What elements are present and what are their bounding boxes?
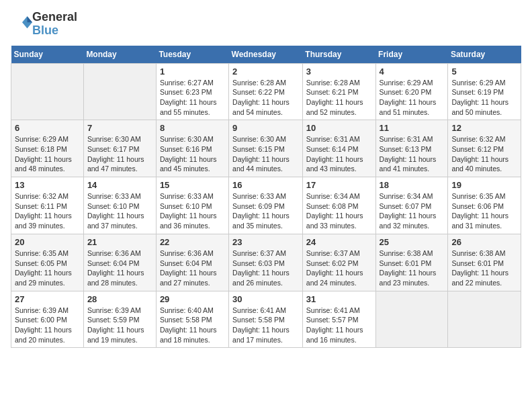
calendar-cell: 3Sunrise: 6:28 AMSunset: 6:21 PMDaylight… [302, 63, 375, 120]
day-info: Sunrise: 6:40 AMSunset: 5:58 PMDaylight:… [160, 306, 225, 345]
calendar-cell: 23Sunrise: 6:37 AMSunset: 6:03 PMDayligh… [229, 234, 303, 291]
day-number: 12 [451, 123, 517, 133]
day-info: Sunrise: 6:30 AMSunset: 6:15 PMDaylight:… [232, 134, 299, 174]
week-row-2: 6Sunrise: 6:29 AMSunset: 6:18 PMDaylight… [11, 120, 521, 177]
calendar-cell: 17Sunrise: 6:34 AMSunset: 6:08 PMDayligh… [302, 177, 375, 234]
logo: General Blue [11, 11, 77, 38]
day-number: 18 [380, 180, 445, 190]
day-info: Sunrise: 6:31 AMSunset: 6:14 PMDaylight:… [306, 134, 372, 174]
calendar-cell: 27Sunrise: 6:39 AMSunset: 6:00 PMDayligh… [11, 291, 84, 348]
calendar-cell: 11Sunrise: 6:31 AMSunset: 6:13 PMDayligh… [375, 120, 448, 177]
calendar-cell: 10Sunrise: 6:31 AMSunset: 6:14 PMDayligh… [302, 120, 375, 177]
day-number: 23 [232, 237, 299, 247]
header-row: SundayMondayTuesdayWednesdayThursdayFrid… [11, 46, 521, 64]
day-number: 3 [306, 66, 372, 77]
day-info: Sunrise: 6:34 AMSunset: 6:08 PMDaylight:… [306, 191, 372, 231]
day-number: 19 [451, 180, 517, 190]
day-info: Sunrise: 6:29 AMSunset: 6:20 PMDaylight:… [380, 78, 445, 118]
col-header-sunday: Sunday [11, 46, 84, 64]
day-info: Sunrise: 6:37 AMSunset: 6:02 PMDaylight:… [306, 248, 372, 288]
day-info: Sunrise: 6:35 AMSunset: 6:06 PMDaylight:… [451, 191, 517, 231]
svg-marker-1 [28, 16, 33, 22]
day-info: Sunrise: 6:38 AMSunset: 6:01 PMDaylight:… [380, 248, 445, 288]
day-number: 6 [15, 123, 80, 133]
day-info: Sunrise: 6:27 AMSunset: 6:23 PMDaylight:… [160, 78, 225, 118]
calendar-cell: 22Sunrise: 6:36 AMSunset: 6:04 PMDayligh… [156, 234, 228, 291]
day-info: Sunrise: 6:41 AMSunset: 5:57 PMDaylight:… [306, 306, 372, 345]
calendar-cell: 18Sunrise: 6:34 AMSunset: 6:07 PMDayligh… [375, 177, 448, 234]
day-info: Sunrise: 6:30 AMSunset: 6:16 PMDaylight:… [160, 134, 225, 174]
calendar-cell: 1Sunrise: 6:27 AMSunset: 6:23 PMDaylight… [156, 63, 228, 120]
day-number: 20 [15, 237, 80, 247]
week-row-4: 20Sunrise: 6:35 AMSunset: 6:05 PMDayligh… [11, 234, 521, 291]
calendar-cell [375, 291, 448, 348]
day-number: 26 [451, 237, 517, 247]
day-number: 28 [87, 294, 152, 304]
calendar-cell [83, 63, 156, 120]
day-number: 17 [306, 180, 372, 190]
day-info: Sunrise: 6:30 AMSunset: 6:17 PMDaylight:… [87, 134, 152, 174]
day-info: Sunrise: 6:29 AMSunset: 6:19 PMDaylight:… [451, 78, 517, 118]
day-number: 13 [15, 180, 80, 190]
calendar-cell: 12Sunrise: 6:32 AMSunset: 6:12 PMDayligh… [448, 120, 521, 177]
calendar-cell: 14Sunrise: 6:33 AMSunset: 6:10 PMDayligh… [83, 177, 156, 234]
day-number: 22 [160, 237, 225, 247]
day-info: Sunrise: 6:28 AMSunset: 6:21 PMDaylight:… [306, 78, 372, 118]
day-number: 11 [380, 123, 445, 133]
calendar-cell: 2Sunrise: 6:28 AMSunset: 6:22 PMDaylight… [229, 63, 303, 120]
day-info: Sunrise: 6:36 AMSunset: 6:04 PMDaylight:… [160, 248, 225, 288]
calendar-cell: 30Sunrise: 6:41 AMSunset: 5:58 PMDayligh… [229, 291, 303, 348]
calendar-cell: 28Sunrise: 6:39 AMSunset: 5:59 PMDayligh… [83, 291, 156, 348]
week-row-1: 1Sunrise: 6:27 AMSunset: 6:23 PMDaylight… [11, 63, 521, 120]
day-info: Sunrise: 6:31 AMSunset: 6:13 PMDaylight:… [380, 134, 445, 174]
calendar-cell: 16Sunrise: 6:33 AMSunset: 6:09 PMDayligh… [229, 177, 303, 234]
day-number: 21 [87, 237, 152, 247]
calendar-cell [448, 291, 521, 348]
day-number: 10 [306, 123, 372, 133]
day-info: Sunrise: 6:32 AMSunset: 6:12 PMDaylight:… [451, 134, 517, 174]
day-info: Sunrise: 6:38 AMSunset: 6:01 PMDaylight:… [451, 248, 517, 288]
calendar-cell: 20Sunrise: 6:35 AMSunset: 6:05 PMDayligh… [11, 234, 84, 291]
day-number: 27 [15, 294, 80, 304]
calendar-cell: 9Sunrise: 6:30 AMSunset: 6:15 PMDaylight… [229, 120, 303, 177]
calendar-table: SundayMondayTuesdayWednesdayThursdayFrid… [11, 46, 521, 349]
day-number: 15 [160, 180, 225, 190]
day-number: 24 [306, 237, 372, 247]
calendar-cell [11, 63, 84, 120]
day-number: 2 [232, 66, 299, 77]
day-info: Sunrise: 6:37 AMSunset: 6:03 PMDaylight:… [232, 248, 299, 288]
day-info: Sunrise: 6:39 AMSunset: 6:00 PMDaylight:… [15, 306, 80, 345]
day-number: 7 [87, 123, 152, 133]
calendar-cell: 31Sunrise: 6:41 AMSunset: 5:57 PMDayligh… [302, 291, 375, 348]
day-number: 9 [232, 123, 299, 133]
day-number: 5 [451, 66, 517, 77]
calendar-cell: 7Sunrise: 6:30 AMSunset: 6:17 PMDaylight… [83, 120, 156, 177]
col-header-friday: Friday [375, 46, 448, 64]
col-header-thursday: Thursday [302, 46, 375, 64]
calendar-cell: 19Sunrise: 6:35 AMSunset: 6:06 PMDayligh… [448, 177, 521, 234]
day-number: 25 [380, 237, 445, 247]
day-number: 29 [160, 294, 225, 304]
day-info: Sunrise: 6:36 AMSunset: 6:04 PMDaylight:… [87, 248, 152, 288]
day-number: 14 [87, 180, 152, 190]
week-row-3: 13Sunrise: 6:32 AMSunset: 6:11 PMDayligh… [11, 177, 521, 234]
week-row-5: 27Sunrise: 6:39 AMSunset: 6:00 PMDayligh… [11, 291, 521, 348]
calendar-cell: 24Sunrise: 6:37 AMSunset: 6:02 PMDayligh… [302, 234, 375, 291]
col-header-monday: Monday [83, 46, 156, 64]
calendar-cell: 15Sunrise: 6:33 AMSunset: 6:10 PMDayligh… [156, 177, 228, 234]
calendar-cell: 8Sunrise: 6:30 AMSunset: 6:16 PMDaylight… [156, 120, 228, 177]
calendar-cell: 29Sunrise: 6:40 AMSunset: 5:58 PMDayligh… [156, 291, 228, 348]
day-info: Sunrise: 6:29 AMSunset: 6:18 PMDaylight:… [15, 134, 80, 174]
day-info: Sunrise: 6:32 AMSunset: 6:11 PMDaylight:… [15, 191, 80, 231]
col-header-saturday: Saturday [448, 46, 521, 64]
day-info: Sunrise: 6:34 AMSunset: 6:07 PMDaylight:… [380, 191, 445, 231]
day-info: Sunrise: 6:41 AMSunset: 5:58 PMDaylight:… [232, 306, 299, 345]
page-header: General Blue [11, 11, 521, 38]
calendar-cell: 13Sunrise: 6:32 AMSunset: 6:11 PMDayligh… [11, 177, 84, 234]
day-info: Sunrise: 6:39 AMSunset: 5:59 PMDaylight:… [87, 306, 152, 345]
day-info: Sunrise: 6:35 AMSunset: 6:05 PMDaylight:… [15, 248, 80, 288]
calendar-cell: 5Sunrise: 6:29 AMSunset: 6:19 PMDaylight… [448, 63, 521, 120]
col-header-wednesday: Wednesday [229, 46, 303, 64]
day-number: 8 [160, 123, 225, 133]
calendar-cell: 26Sunrise: 6:38 AMSunset: 6:01 PMDayligh… [448, 234, 521, 291]
